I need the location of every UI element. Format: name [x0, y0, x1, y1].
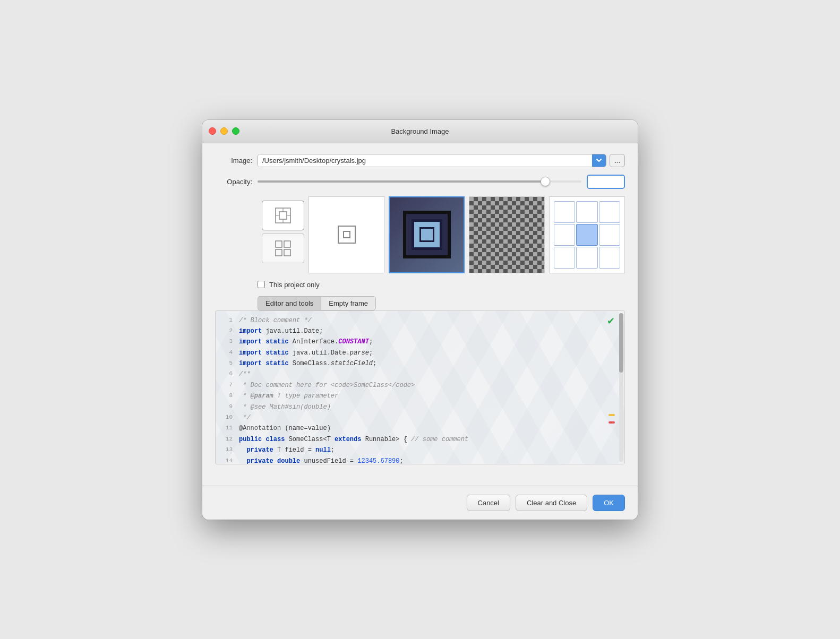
code-line-3: 3 import static AnInterface.CONSTANT;	[216, 336, 624, 347]
preview-tile-center[interactable]	[308, 196, 384, 273]
dialog-window: Background Image Image: ... Opacity:	[202, 120, 638, 520]
code-line-11: 11 @Annotation (name=value)	[216, 423, 624, 434]
dropdown-button[interactable]	[592, 154, 606, 167]
project-only-label[interactable]: This project only	[269, 281, 320, 289]
svg-rect-7	[284, 241, 290, 247]
line-number: 7	[218, 380, 233, 391]
traffic-lights	[209, 127, 239, 135]
preview-tile-nested[interactable]	[389, 196, 465, 273]
check-icon: ✔	[607, 315, 615, 327]
mid-square	[412, 219, 442, 250]
maximize-button[interactable]	[232, 127, 239, 135]
image-label: Image:	[215, 157, 252, 165]
layout-tile-button[interactable]	[262, 234, 304, 263]
line-number: 2	[218, 326, 233, 336]
svg-rect-11	[344, 231, 350, 238]
code-line-1: 1 /* Block comment */	[216, 315, 624, 326]
line-number: 5	[218, 358, 233, 369]
checker-pattern	[469, 197, 544, 273]
code-line-12: 12 public class SomeClass<T extends Runn…	[216, 434, 624, 445]
opacity-label: Opacity:	[215, 178, 252, 186]
path-input-wrapper	[258, 154, 606, 167]
code-text: * @param T type parameter	[239, 391, 338, 401]
svg-rect-1	[279, 212, 287, 219]
svg-rect-9	[284, 249, 290, 256]
code-line-6: 6 /**	[216, 369, 624, 379]
image-row: Image: ...	[215, 154, 625, 167]
slider-container	[258, 180, 581, 183]
grid-cell	[576, 201, 597, 223]
code-text: /**	[239, 369, 251, 379]
opacity-value-container: +	[587, 175, 625, 189]
close-button[interactable]	[209, 127, 216, 135]
dialog-footer: Cancel Clear and Close OK	[202, 486, 638, 520]
code-text: */	[239, 412, 251, 423]
tabs-row: Editor and tools Empty frame	[215, 296, 625, 310]
preview-tile-checker[interactable]	[469, 196, 545, 273]
line-number: 6	[218, 369, 233, 379]
code-line-14: 14 private double unusedField = 12345.67…	[216, 456, 624, 464]
grid-cell	[554, 224, 575, 246]
code-text: import java.util.Date;	[239, 326, 323, 336]
code-text: import static SomeClass.staticField;	[239, 358, 376, 369]
line-number: 10	[218, 412, 233, 423]
opacity-slider[interactable]	[258, 180, 581, 183]
image-input-container: ...	[258, 154, 625, 167]
grid-cell	[599, 224, 620, 246]
code-text: /* Block comment */	[239, 315, 312, 326]
marker-yellow	[608, 414, 615, 416]
grid-cell	[599, 201, 620, 223]
nested-squares-preview	[390, 197, 464, 272]
preview-section	[215, 196, 625, 273]
grid-cell-center	[576, 224, 597, 246]
window-title: Background Image	[391, 127, 449, 135]
code-line-7: 7 * Doc comment here for <code>SomeClass…	[216, 380, 624, 391]
tab-editor-tools[interactable]: Editor and tools	[258, 296, 321, 310]
preview-tile-grid[interactable]	[549, 196, 625, 273]
scrollbar-thumb	[619, 313, 623, 373]
code-line-8: 8 * @param T type parameter	[216, 391, 624, 401]
inner-square	[419, 227, 434, 242]
svg-rect-10	[338, 226, 355, 243]
center-icon	[309, 197, 384, 273]
grid-cell	[554, 201, 575, 223]
scrollbar[interactable]	[619, 313, 623, 462]
code-line-9: 9 * @see Math#sin(double)	[216, 402, 624, 412]
code-text: private T field = null;	[239, 445, 335, 455]
dialog-content: Image: ... Opacity:	[202, 143, 638, 486]
cancel-button[interactable]: Cancel	[467, 495, 510, 511]
line-number: 13	[218, 445, 233, 455]
svg-rect-6	[276, 241, 282, 247]
svg-rect-8	[276, 249, 282, 256]
project-only-checkbox[interactable]	[258, 281, 265, 288]
code-text: import static java.util.Date.parse;	[239, 348, 373, 358]
marker-red	[608, 421, 615, 424]
image-path-input[interactable]	[258, 154, 592, 167]
code-text: * @see Math#sin(double)	[239, 402, 331, 412]
ok-button[interactable]: OK	[593, 495, 625, 511]
browse-button[interactable]: ...	[610, 154, 625, 167]
chevron-down-icon	[596, 159, 602, 162]
code-text: * Doc comment here for <code>SomeClass</…	[239, 380, 415, 391]
titlebar: Background Image	[202, 120, 638, 143]
line-number: 14	[218, 456, 233, 464]
center-layout-icon	[275, 208, 291, 223]
minimize-button[interactable]	[220, 127, 228, 135]
code-text: @Annotation (name=value)	[239, 423, 331, 434]
line-number: 8	[218, 391, 233, 401]
tile-layout-icon	[275, 240, 291, 256]
code-editor: ✔ 1 /* Block comment */ 2 import java.ut…	[215, 310, 625, 464]
layout-center-button[interactable]	[262, 201, 304, 230]
code-line-13: 13 private T field = null;	[216, 445, 624, 455]
tab-empty-frame[interactable]: Empty frame	[321, 296, 376, 310]
opacity-input[interactable]	[588, 176, 625, 188]
code-line-5: 5 import static SomeClass.staticField;	[216, 358, 624, 369]
line-number: 1	[218, 315, 233, 326]
grid-cell	[599, 247, 620, 269]
opacity-row: Opacity: +	[215, 175, 625, 189]
line-number: 9	[218, 402, 233, 412]
code-text: private double unusedField = 12345.67890…	[239, 456, 404, 464]
clear-close-button[interactable]: Clear and Close	[516, 495, 587, 511]
code-line-10: 10 */	[216, 412, 624, 423]
code-line-4: 4 import static java.util.Date.parse;	[216, 348, 624, 358]
